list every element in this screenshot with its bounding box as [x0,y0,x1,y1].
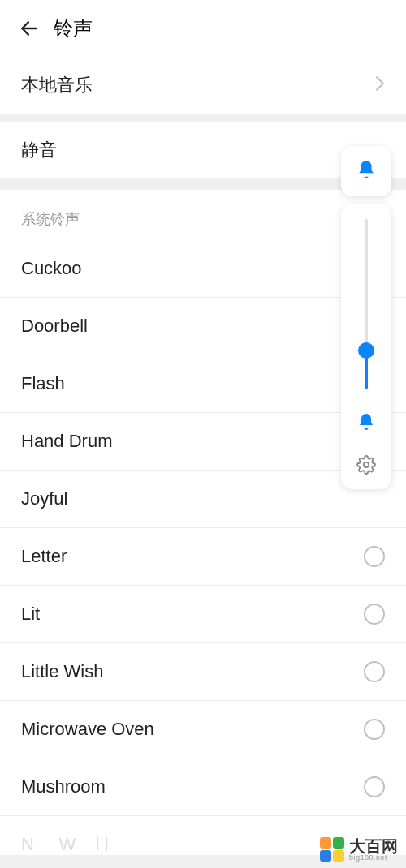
header: 铃声 [0,0,406,57]
divider [0,114,406,122]
ringtone-label: Letter [21,546,67,567]
page-title: 铃声 [54,15,93,41]
ringtone-label: Doorbell [21,316,88,337]
ringtone-label: Cuckoo [21,258,82,279]
list-item[interactable]: Little Wish [0,643,406,701]
list-item[interactable]: Microwave Oven [0,701,406,758]
silent-label: 静音 [21,138,57,162]
watermark-subtext: big100.net [349,854,398,862]
radio-button[interactable] [364,661,385,682]
radio-button[interactable] [364,604,385,625]
watermark: 大百网 big100.net [320,837,398,862]
ringtone-label: Flash [21,373,65,394]
ringtone-label: Lit [21,604,40,625]
volume-slider[interactable] [365,219,368,389]
svg-point-1 [364,462,369,467]
ringtone-label: Little Wish [21,661,103,682]
ringtone-label: Mushroom [21,776,106,797]
watermark-logo-icon [320,837,344,862]
slider-thumb[interactable] [358,342,374,359]
ringtone-label: Joyful [21,488,67,509]
radio-button[interactable] [364,776,385,797]
ringtone-label: Microwave Oven [21,719,154,740]
bell-icon [356,412,376,435]
chevron-right-icon [375,75,385,96]
ringtone-label: Hand Drum [21,431,112,452]
list-item[interactable]: Lit [0,586,406,643]
watermark-text: 大百网 [349,838,398,854]
radio-button[interactable] [364,719,385,740]
radio-button[interactable] [364,546,385,567]
local-music-label: 本地音乐 [21,73,93,97]
list-item[interactable]: Mushroom [0,758,406,816]
local-music-row[interactable]: 本地音乐 [0,57,406,114]
volume-panel [341,146,391,489]
bell-icon [356,159,377,183]
list-item[interactable]: Letter [0,528,406,586]
gear-icon[interactable] [356,455,376,478]
ringtone-label: N W l l [21,834,109,854]
volume-mode-button[interactable] [341,146,391,196]
divider [348,445,383,445]
volume-slider-card [341,204,391,489]
back-icon[interactable] [16,15,42,41]
